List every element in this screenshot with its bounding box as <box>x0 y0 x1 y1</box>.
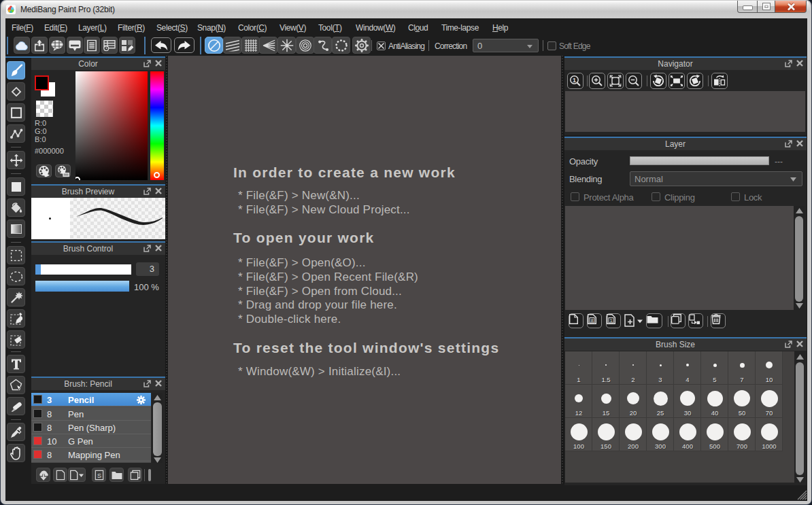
svg-text:8: 8 <box>590 317 593 324</box>
svg-text:1: 1 <box>573 77 576 84</box>
svg-text:1: 1 <box>609 317 612 324</box>
